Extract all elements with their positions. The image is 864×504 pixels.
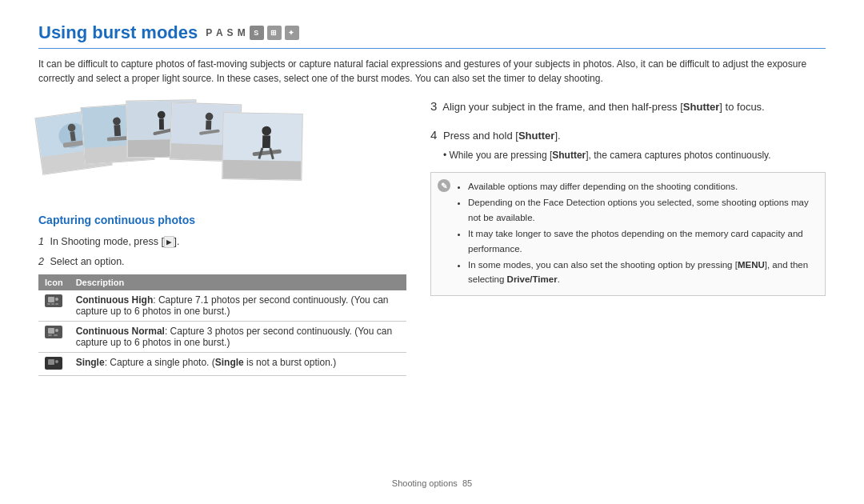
svg-rect-35 xyxy=(48,328,54,334)
table-desc-3: Single: Capture a single photo. (Single … xyxy=(70,352,406,375)
right-column: 3 Align your subject in the frame, and t… xyxy=(430,97,826,466)
table-row: Single: Capture a single photo. (Single … xyxy=(38,352,406,375)
svg-rect-31 xyxy=(47,303,50,305)
table-desc-2: Continuous Normal: Capture 3 photos per … xyxy=(70,321,406,352)
svg-rect-9 xyxy=(114,125,121,136)
table-desc-1: Continuous High: Capture 7.1 photos per … xyxy=(70,290,406,322)
svg-rect-24 xyxy=(262,135,270,148)
svg-point-36 xyxy=(55,329,58,332)
svg-rect-38 xyxy=(54,334,58,336)
table-header-description: Description xyxy=(70,274,406,290)
photo-frame-5 xyxy=(222,112,302,181)
special-mode-icon: ✦ xyxy=(285,26,299,40)
page-title: Using burst modes xyxy=(38,22,198,43)
note-icon: ✎ xyxy=(438,179,450,192)
note-item-4: In some modes, you can also set the shoo… xyxy=(468,258,817,287)
table-header-icon: Icon xyxy=(38,274,70,290)
svg-rect-14 xyxy=(159,118,164,130)
step-2: 2 Select an option. xyxy=(38,254,406,270)
continuous-high-icon xyxy=(45,294,62,307)
intro-paragraph: It can be difficult to capture photos of… xyxy=(38,57,826,86)
table-row: Continuous High: Capture 7.1 photos per … xyxy=(38,290,406,322)
left-column: Capturing continuous photos 1 In Shootin… xyxy=(38,97,406,466)
page-header: Using burst modes P A S M S ⊞ ✦ xyxy=(38,22,826,49)
svg-rect-37 xyxy=(48,334,52,336)
step-4-bullet: • While you are pressing [Shutter], the … xyxy=(443,148,826,162)
scene-mode-icon: S xyxy=(250,26,264,40)
svg-point-30 xyxy=(55,298,58,301)
content-area: Capturing continuous photos 1 In Shootin… xyxy=(38,97,826,466)
svg-point-41 xyxy=(55,360,58,363)
step-4-num: 4 xyxy=(430,128,437,142)
footer-text: Shooting options xyxy=(392,478,458,488)
svg-rect-22 xyxy=(222,160,301,180)
continuous-normal-icon xyxy=(45,326,62,338)
table-icon-cell-2 xyxy=(38,321,70,352)
page: Using burst modes P A S M S ⊞ ✦ It can b… xyxy=(0,0,864,504)
table-row: Continuous Normal: Capture 3 photos per … xyxy=(38,321,406,352)
step-4: 4 Press and hold [Shutter]. • While you … xyxy=(430,126,826,162)
step-3-num: 3 xyxy=(430,99,437,113)
svg-rect-32 xyxy=(51,303,54,305)
step-2-num: 2 xyxy=(38,256,44,267)
step-1-text: In Shooting mode, press [▶]. xyxy=(50,236,179,247)
step-2-text: Select an option. xyxy=(50,256,124,267)
svg-rect-33 xyxy=(55,303,58,305)
mode-text: P A S M xyxy=(206,27,246,38)
note-item-3: It may take longer to save the photos de… xyxy=(468,226,817,256)
section-title: Capturing continuous photos xyxy=(38,214,406,226)
svg-rect-19 xyxy=(206,120,211,130)
note-item-2: Depending on the Face Detection options … xyxy=(468,195,817,225)
svg-rect-29 xyxy=(48,297,54,302)
svg-rect-40 xyxy=(48,359,54,365)
page-number: 85 xyxy=(462,478,472,488)
table-icon-cell-1 xyxy=(38,290,70,322)
single-icon xyxy=(45,357,62,370)
note-box: ✎ Available options may differ depending… xyxy=(430,172,826,296)
page-footer: Shooting options 85 xyxy=(38,474,826,488)
table-icon-cell-3 xyxy=(38,352,70,375)
step-1-num: 1 xyxy=(38,236,44,247)
grid-mode-icon: ⊞ xyxy=(267,26,282,40)
note-item-1: Available options may differ depending o… xyxy=(468,179,817,194)
photo-strip xyxy=(38,97,406,201)
step-3: 3 Align your subject in the frame, and t… xyxy=(430,97,826,116)
mode-badges: P A S M S ⊞ ✦ xyxy=(206,26,299,40)
note-content: Available options may differ depending o… xyxy=(457,179,817,287)
step-1: 1 In Shooting mode, press [▶]. xyxy=(38,234,406,250)
options-table: Icon Description xyxy=(38,274,406,376)
